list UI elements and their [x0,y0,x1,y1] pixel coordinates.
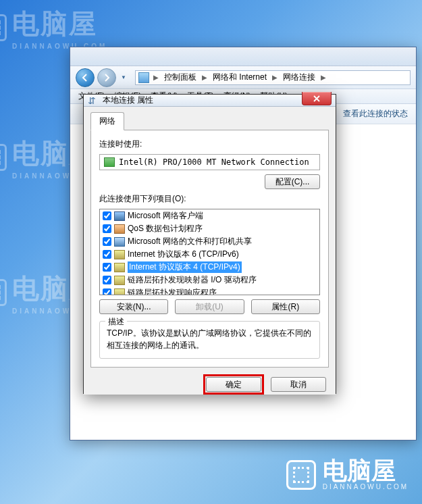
ok-button[interactable]: 确定 [206,377,261,392]
properties-dialog: ⇵ 本地连接 属性 网络 连接时使用: Intel(R) PRO/1000 MT… [83,94,336,394]
list-item[interactable]: Microsoft 网络的文件和打印机共享 [100,235,319,248]
dialog-title: 本地连接 属性 [103,95,153,106]
proto-icon [114,263,125,272]
item-label: Internet 协议版本 4 (TCP/IPv4) [128,261,242,273]
item-checkbox[interactable] [103,211,111,220]
tab-network[interactable]: 网络 [90,112,124,130]
breadcrumb-item[interactable]: 网络和 Internet [211,72,268,83]
proto-icon [114,276,125,285]
item-label: Internet 协议版本 6 (TCP/IPv6) [128,249,239,260]
list-item[interactable]: 链路层拓扑发现响应程序 [100,286,319,295]
list-item[interactable]: Internet 协议版本 6 (TCP/IPv6) [100,248,319,261]
nav-history-dropdown[interactable]: ▼ [119,70,128,86]
item-checkbox[interactable] [103,250,111,259]
item-checkbox[interactable] [103,224,111,233]
item-label: Microsoft 网络的文件和打印机共享 [128,236,252,247]
connect-using-label: 连接时使用: [99,138,320,150]
components-list[interactable]: Microsoft 网络客户端QoS 数据包计划程序Microsoft 网络的文… [99,209,320,295]
items-label: 此连接使用下列项目(O): [99,193,320,205]
list-item[interactable]: Internet 协议版本 4 (TCP/IPv4) [100,261,319,274]
item-checkbox[interactable] [103,288,111,295]
cancel-button[interactable]: 取消 [271,377,326,392]
item-checkbox[interactable] [103,237,111,246]
watermark: 电脑屋 DIANNAOWU.COM [0,5,107,50]
explorer-titlebar [70,47,416,66]
item-label: Microsoft 网络客户端 [128,210,203,222]
proto-icon [114,250,125,259]
list-item[interactable]: QoS 数据包计划程序 [100,222,319,235]
list-item[interactable]: 链路层拓扑发现映射器 I/O 驱动程序 [100,274,319,286]
share-icon [114,237,125,247]
forward-button[interactable] [97,68,116,87]
item-label: 链路层拓扑发现响应程序 [128,287,217,295]
qos-icon [114,224,125,234]
chevron-right-icon: ▶ [151,74,161,81]
client-icon [114,211,125,221]
item-label: 链路层拓扑发现映射器 I/O 驱动程序 [128,274,257,286]
back-button[interactable] [76,68,95,87]
configure-button[interactable]: 配置(C)... [265,174,320,189]
list-item[interactable]: Microsoft 网络客户端 [100,209,319,222]
network-icon: ⇵ [88,95,99,106]
dialog-footer: 确定 取消 [84,374,336,395]
properties-button[interactable]: 属性(R) [251,299,320,314]
dialog-titlebar[interactable]: ⇵ 本地连接 属性 [84,95,336,107]
watermark-logo-icon [286,460,316,490]
watermark-main: 电脑屋 DIANNAOWU.COM [286,459,408,490]
description-title: 描述 [105,316,127,328]
breadcrumb-item[interactable]: 网络连接 [282,72,317,83]
description-text: TCP/IP。该协议是默认的广域网络协议，它提供在不同的相互连接的网络上的通讯。 [107,327,313,351]
adapter-icon [104,157,115,167]
explorer-nav: ▼ ▶ 控制面板 ▶ 网络和 Internet ▶ 网络连接 ▶ [70,66,416,89]
chevron-right-icon: ▶ [318,74,329,81]
adapter-field: Intel(R) PRO/1000 MT Network Connection [99,154,320,170]
adapter-name: Intel(R) PRO/1000 MT Network Connection [119,157,309,167]
toolbar-status-link[interactable]: 查看此连接的状态 [343,108,408,120]
tab-strip: 网络 [90,112,329,130]
uninstall-button: 卸载(U) [175,299,244,314]
close-button[interactable] [302,92,332,105]
control-panel-icon [138,72,149,83]
item-checkbox[interactable] [103,263,111,272]
breadcrumb-item[interactable]: 控制面板 [163,72,198,83]
chevron-right-icon: ▶ [269,74,280,81]
item-label: QoS 数据包计划程序 [128,223,203,234]
install-button[interactable]: 安装(N)... [99,299,168,314]
chevron-right-icon: ▶ [199,74,210,81]
ok-highlight: 确定 [203,374,264,395]
description-group: 描述 TCP/IP。该协议是默认的广域网络协议，它提供在不同的相互连接的网络上的… [99,321,320,359]
proto-icon [114,288,125,296]
item-checkbox[interactable] [103,276,111,284]
breadcrumb[interactable]: ▶ 控制面板 ▶ 网络和 Internet ▶ 网络连接 ▶ [135,70,411,85]
